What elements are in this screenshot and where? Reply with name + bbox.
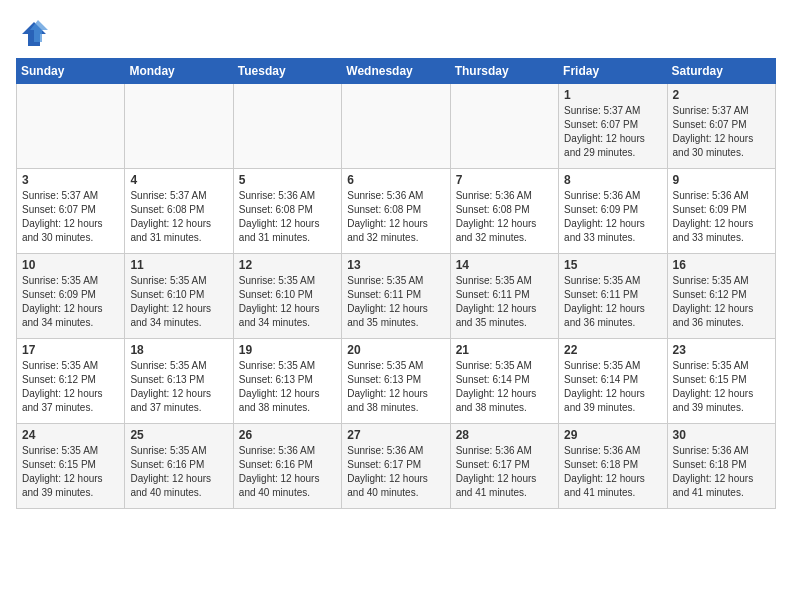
calendar-cell: 13Sunrise: 5:35 AM Sunset: 6:11 PM Dayli… [342, 254, 450, 339]
calendar-cell: 28Sunrise: 5:36 AM Sunset: 6:17 PM Dayli… [450, 424, 558, 509]
calendar-cell: 24Sunrise: 5:35 AM Sunset: 6:15 PM Dayli… [17, 424, 125, 509]
calendar-week-5: 24Sunrise: 5:35 AM Sunset: 6:15 PM Dayli… [17, 424, 776, 509]
header-tuesday: Tuesday [233, 59, 341, 84]
calendar-cell: 17Sunrise: 5:35 AM Sunset: 6:12 PM Dayli… [17, 339, 125, 424]
day-number: 18 [130, 343, 227, 357]
calendar-cell [17, 84, 125, 169]
calendar-week-3: 10Sunrise: 5:35 AM Sunset: 6:09 PM Dayli… [17, 254, 776, 339]
day-number: 11 [130, 258, 227, 272]
day-info: Sunrise: 5:36 AM Sunset: 6:09 PM Dayligh… [564, 189, 661, 245]
calendar-cell: 26Sunrise: 5:36 AM Sunset: 6:16 PM Dayli… [233, 424, 341, 509]
calendar-cell [125, 84, 233, 169]
day-number: 21 [456, 343, 553, 357]
day-info: Sunrise: 5:35 AM Sunset: 6:14 PM Dayligh… [456, 359, 553, 415]
day-number: 3 [22, 173, 119, 187]
day-info: Sunrise: 5:36 AM Sunset: 6:08 PM Dayligh… [239, 189, 336, 245]
calendar-cell [342, 84, 450, 169]
day-info: Sunrise: 5:35 AM Sunset: 6:15 PM Dayligh… [22, 444, 119, 500]
calendar-week-1: 1Sunrise: 5:37 AM Sunset: 6:07 PM Daylig… [17, 84, 776, 169]
day-number: 19 [239, 343, 336, 357]
calendar-cell: 3Sunrise: 5:37 AM Sunset: 6:07 PM Daylig… [17, 169, 125, 254]
day-number: 6 [347, 173, 444, 187]
day-info: Sunrise: 5:35 AM Sunset: 6:14 PM Dayligh… [564, 359, 661, 415]
day-info: Sunrise: 5:36 AM Sunset: 6:18 PM Dayligh… [564, 444, 661, 500]
day-number: 12 [239, 258, 336, 272]
calendar-cell: 21Sunrise: 5:35 AM Sunset: 6:14 PM Dayli… [450, 339, 558, 424]
day-number: 5 [239, 173, 336, 187]
day-info: Sunrise: 5:37 AM Sunset: 6:07 PM Dayligh… [673, 104, 770, 160]
day-info: Sunrise: 5:37 AM Sunset: 6:07 PM Dayligh… [564, 104, 661, 160]
calendar-cell [450, 84, 558, 169]
day-info: Sunrise: 5:37 AM Sunset: 6:08 PM Dayligh… [130, 189, 227, 245]
calendar-cell [233, 84, 341, 169]
day-info: Sunrise: 5:35 AM Sunset: 6:13 PM Dayligh… [239, 359, 336, 415]
day-number: 27 [347, 428, 444, 442]
day-info: Sunrise: 5:36 AM Sunset: 6:17 PM Dayligh… [456, 444, 553, 500]
calendar-cell: 5Sunrise: 5:36 AM Sunset: 6:08 PM Daylig… [233, 169, 341, 254]
calendar-cell: 10Sunrise: 5:35 AM Sunset: 6:09 PM Dayli… [17, 254, 125, 339]
calendar-cell: 2Sunrise: 5:37 AM Sunset: 6:07 PM Daylig… [667, 84, 775, 169]
day-number: 26 [239, 428, 336, 442]
header-sunday: Sunday [17, 59, 125, 84]
day-info: Sunrise: 5:35 AM Sunset: 6:12 PM Dayligh… [673, 274, 770, 330]
calendar-cell: 30Sunrise: 5:36 AM Sunset: 6:18 PM Dayli… [667, 424, 775, 509]
header-friday: Friday [559, 59, 667, 84]
day-number: 20 [347, 343, 444, 357]
day-number: 15 [564, 258, 661, 272]
day-number: 9 [673, 173, 770, 187]
day-number: 23 [673, 343, 770, 357]
day-number: 10 [22, 258, 119, 272]
calendar-cell: 18Sunrise: 5:35 AM Sunset: 6:13 PM Dayli… [125, 339, 233, 424]
day-info: Sunrise: 5:36 AM Sunset: 6:18 PM Dayligh… [673, 444, 770, 500]
day-info: Sunrise: 5:35 AM Sunset: 6:12 PM Dayligh… [22, 359, 119, 415]
calendar-header-row: SundayMondayTuesdayWednesdayThursdayFrid… [17, 59, 776, 84]
calendar-cell: 20Sunrise: 5:35 AM Sunset: 6:13 PM Dayli… [342, 339, 450, 424]
day-number: 30 [673, 428, 770, 442]
calendar-cell: 27Sunrise: 5:36 AM Sunset: 6:17 PM Dayli… [342, 424, 450, 509]
calendar-cell: 9Sunrise: 5:36 AM Sunset: 6:09 PM Daylig… [667, 169, 775, 254]
day-info: Sunrise: 5:35 AM Sunset: 6:13 PM Dayligh… [347, 359, 444, 415]
day-info: Sunrise: 5:36 AM Sunset: 6:16 PM Dayligh… [239, 444, 336, 500]
day-number: 17 [22, 343, 119, 357]
calendar-cell: 6Sunrise: 5:36 AM Sunset: 6:08 PM Daylig… [342, 169, 450, 254]
calendar-table: SundayMondayTuesdayWednesdayThursdayFrid… [16, 58, 776, 509]
calendar-cell: 14Sunrise: 5:35 AM Sunset: 6:11 PM Dayli… [450, 254, 558, 339]
logo [16, 20, 48, 48]
day-number: 4 [130, 173, 227, 187]
calendar-week-4: 17Sunrise: 5:35 AM Sunset: 6:12 PM Dayli… [17, 339, 776, 424]
calendar-cell: 12Sunrise: 5:35 AM Sunset: 6:10 PM Dayli… [233, 254, 341, 339]
day-number: 2 [673, 88, 770, 102]
header-monday: Monday [125, 59, 233, 84]
day-number: 25 [130, 428, 227, 442]
day-number: 13 [347, 258, 444, 272]
day-number: 7 [456, 173, 553, 187]
calendar-cell: 4Sunrise: 5:37 AM Sunset: 6:08 PM Daylig… [125, 169, 233, 254]
day-info: Sunrise: 5:35 AM Sunset: 6:09 PM Dayligh… [22, 274, 119, 330]
calendar-cell: 29Sunrise: 5:36 AM Sunset: 6:18 PM Dayli… [559, 424, 667, 509]
day-number: 24 [22, 428, 119, 442]
day-number: 22 [564, 343, 661, 357]
calendar-cell: 16Sunrise: 5:35 AM Sunset: 6:12 PM Dayli… [667, 254, 775, 339]
day-info: Sunrise: 5:35 AM Sunset: 6:10 PM Dayligh… [130, 274, 227, 330]
calendar-cell: 8Sunrise: 5:36 AM Sunset: 6:09 PM Daylig… [559, 169, 667, 254]
day-number: 1 [564, 88, 661, 102]
day-number: 8 [564, 173, 661, 187]
header-saturday: Saturday [667, 59, 775, 84]
calendar-cell: 22Sunrise: 5:35 AM Sunset: 6:14 PM Dayli… [559, 339, 667, 424]
day-info: Sunrise: 5:35 AM Sunset: 6:11 PM Dayligh… [564, 274, 661, 330]
day-info: Sunrise: 5:37 AM Sunset: 6:07 PM Dayligh… [22, 189, 119, 245]
day-number: 28 [456, 428, 553, 442]
calendar-cell: 11Sunrise: 5:35 AM Sunset: 6:10 PM Dayli… [125, 254, 233, 339]
day-info: Sunrise: 5:35 AM Sunset: 6:11 PM Dayligh… [456, 274, 553, 330]
calendar-cell: 7Sunrise: 5:36 AM Sunset: 6:08 PM Daylig… [450, 169, 558, 254]
header [16, 16, 776, 48]
calendar-cell: 15Sunrise: 5:35 AM Sunset: 6:11 PM Dayli… [559, 254, 667, 339]
logo-icon [20, 20, 48, 48]
calendar-cell: 1Sunrise: 5:37 AM Sunset: 6:07 PM Daylig… [559, 84, 667, 169]
day-info: Sunrise: 5:35 AM Sunset: 6:16 PM Dayligh… [130, 444, 227, 500]
day-info: Sunrise: 5:35 AM Sunset: 6:10 PM Dayligh… [239, 274, 336, 330]
header-thursday: Thursday [450, 59, 558, 84]
calendar-cell: 23Sunrise: 5:35 AM Sunset: 6:15 PM Dayli… [667, 339, 775, 424]
day-info: Sunrise: 5:36 AM Sunset: 6:17 PM Dayligh… [347, 444, 444, 500]
day-info: Sunrise: 5:35 AM Sunset: 6:11 PM Dayligh… [347, 274, 444, 330]
